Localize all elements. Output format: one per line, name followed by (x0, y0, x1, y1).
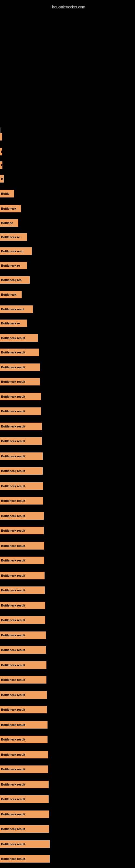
bar-label: Bottleneck res (1, 278, 21, 282)
bar-label: Bottleneck result (1, 589, 25, 592)
bottleneck-bar: Bottleneck result (0, 646, 46, 654)
bar-label: Bottleneck result (1, 618, 25, 622)
bar-label: Bottleneck result (1, 410, 25, 413)
bar-label: Bottleneck (1, 293, 16, 296)
bar-container: Bottleneck result (0, 482, 43, 490)
bar-container: Bottleneck result (0, 855, 50, 863)
bar-label: Bottleneck result (1, 336, 25, 340)
bar-container: B (0, 175, 4, 183)
bottleneck-bar: B (0, 161, 2, 169)
bottleneck-bar: Bottleneck result (0, 840, 50, 848)
bar-container: Bottleneck result (0, 407, 41, 415)
bar-label: Bottleneck result (1, 529, 25, 532)
bottleneck-bar: Bottleneck result (0, 348, 39, 356)
bar-container: Bottleneck result (0, 542, 44, 550)
bottleneck-bar: Bottleneck result (0, 781, 49, 788)
bottleneck-bar: Bottleneck result (0, 706, 47, 713)
bar-container: Bottleneck result (0, 616, 45, 624)
bottleneck-bar: Bottleneck result (0, 437, 42, 445)
bottleneck-bar: Bottlene (0, 219, 18, 227)
bar-label: Bottleneck result (1, 499, 25, 502)
site-title: TheBottlenecker.com (0, 2, 135, 12)
bar-container: Bottleneck result (0, 840, 50, 848)
bottleneck-bar: Bottleneck result (0, 691, 47, 699)
bar-label: Bottleneck result (1, 842, 25, 846)
bar-container: Bottleneck re (0, 319, 27, 327)
bar-label: Bottleneck result (1, 633, 25, 637)
bar-label: Bottleneck result (1, 439, 25, 443)
bar-container: Bottleneck resul (0, 305, 33, 313)
bottleneck-bar: Bottleneck res (0, 276, 30, 284)
bar-label: Bottleneck result (1, 395, 25, 398)
bottleneck-bar: Bottleneck result (0, 751, 48, 758)
bottleneck-bar: Bottleneck result (0, 378, 40, 385)
bar-label: Bottleneck result (1, 663, 25, 667)
bar-label: Bottleneck result (1, 783, 25, 786)
bar-label: Bottleneck result (1, 351, 25, 354)
bar-container: Bottlene (0, 219, 18, 227)
bar-label: Bottleneck re (1, 236, 20, 239)
bottleneck-bar: B (0, 148, 2, 155)
bar-label: Bottleneck re (1, 322, 20, 325)
bar-label: Bottleneck result (1, 366, 25, 369)
bar-label: Bottleneck result (1, 857, 25, 860)
bar-container: Bottleneck result (0, 676, 46, 684)
bottleneck-bar: Bottleneck result (0, 407, 41, 415)
bar-label: Bottleneck result (1, 648, 25, 652)
bottleneck-bar: Bottleneck result (0, 557, 44, 564)
bar-label: Bottleneck resu (1, 250, 24, 253)
bottleneck-bar: Bottleneck result (0, 855, 50, 863)
bar-container: Bottle (0, 190, 14, 197)
bar-container: Bottleneck result (0, 437, 42, 445)
bar-container: Bottleneck result (0, 348, 39, 356)
bar-container: Bottleneck result (0, 721, 48, 728)
bar-label: Bottle (1, 192, 9, 195)
bottleneck-bar: Bottleneck result (0, 601, 45, 609)
bar-label: Bottleneck result (1, 708, 25, 711)
bottleneck-bar: Bottleneck result (0, 661, 46, 669)
bottleneck-bar: Bottleneck resul (0, 305, 33, 313)
cursor-line (1, 127, 1, 133)
bottleneck-bar: Bottleneck result (0, 795, 49, 803)
bottleneck-bar (0, 133, 2, 141)
bottleneck-bar: Bottleneck result (0, 572, 45, 579)
bar-label: B (1, 163, 2, 167)
bar-label: Bottleneck result (1, 455, 25, 458)
bar-container (0, 133, 2, 141)
bar-label: Bottleneck result (1, 813, 25, 816)
bar-container: Bottleneck result (0, 497, 43, 504)
bottleneck-bar: Bottleneck result (0, 512, 44, 520)
bottleneck-bar: Bottleneck re (0, 319, 27, 327)
bottleneck-bar: Bottleneck result (0, 810, 49, 818)
bottleneck-bar: Bottleneck result (0, 676, 46, 684)
bar-label: Bottleneck (1, 207, 16, 210)
bar-label: Bottleneck result (1, 574, 25, 577)
bar-container: Bottleneck result (0, 751, 48, 758)
bar-label: Bottleneck result (1, 738, 25, 741)
bar-container: Bottleneck result (0, 334, 38, 342)
bar-label: Bottleneck result (1, 693, 25, 696)
bottleneck-bar: Bottleneck resu (0, 247, 32, 255)
bar-container: Bottleneck result (0, 572, 45, 579)
bottleneck-bar: Bottleneck result (0, 467, 43, 475)
bar-label: Bottleneck result (1, 798, 25, 801)
bottleneck-bar: Bottleneck result (0, 364, 40, 371)
bottleneck-bar: Bottleneck result (0, 334, 38, 342)
bottleneck-bar: Bottleneck result (0, 766, 48, 773)
bar-container: Bottleneck re (0, 233, 27, 241)
bottleneck-bar: Bottleneck result (0, 616, 45, 624)
bar-container: Bottleneck result (0, 736, 48, 743)
bar-label: B (1, 150, 2, 153)
bottleneck-bar: Bottleneck result (0, 527, 44, 534)
bar-container: Bottleneck result (0, 601, 45, 609)
bottleneck-bar: Bottleneck result (0, 482, 43, 490)
bottleneck-bar: Bottleneck (0, 205, 21, 212)
bar-label: Bottleneck re (1, 264, 20, 267)
bar-label: Bottleneck result (1, 425, 25, 428)
bar-label: Bottleneck result (1, 469, 25, 472)
bar-container: Bottleneck result (0, 364, 40, 371)
bar-container: Bottleneck res (0, 276, 30, 284)
bar-container: Bottleneck result (0, 661, 46, 669)
bar-container: Bottleneck re (0, 262, 27, 269)
bar-label: Bottleneck result (1, 678, 25, 681)
